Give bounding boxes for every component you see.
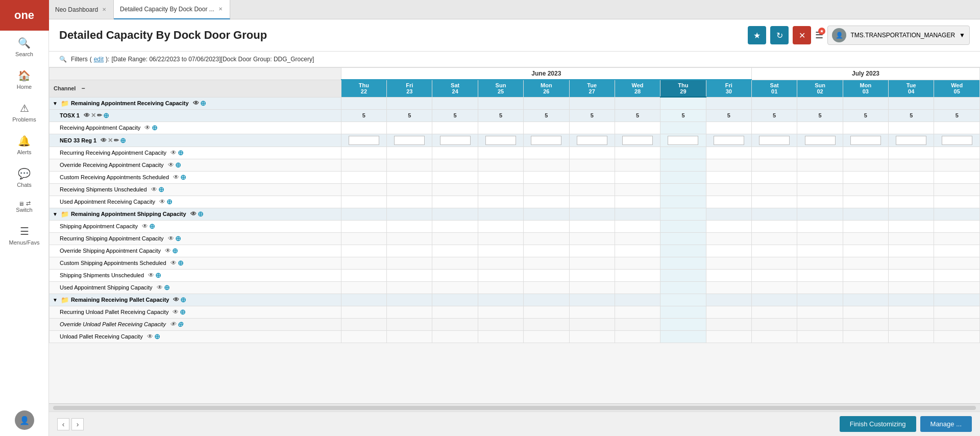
next-arrow-button[interactable]: › <box>71 418 84 430</box>
data-cell <box>569 306 615 318</box>
eye-icon[interactable]: 👁 <box>157 284 163 291</box>
edit-icon[interactable]: ✏ <box>97 112 102 119</box>
add-icon[interactable]: ⊕ <box>103 111 109 119</box>
add-icon[interactable]: ⊕ <box>172 247 178 255</box>
eye-icon[interactable]: 👁 <box>101 137 107 144</box>
collapse-icon[interactable]: ▼ <box>53 211 58 217</box>
cell-input[interactable] <box>440 136 471 145</box>
sidebar-item-switch[interactable]: 🖥 ⇄ Switch <box>0 194 48 219</box>
cell-input[interactable] <box>850 136 881 145</box>
grid-wrapper[interactable]: June 2023 July 2023 Channel − Thu 22 <box>49 67 980 403</box>
data-cell <box>341 269 386 281</box>
cell-input[interactable] <box>805 136 836 145</box>
eye-icon[interactable]: 👁 <box>170 259 177 267</box>
eye-icon[interactable]: 👁 <box>173 174 179 181</box>
eye-icon[interactable]: 👁 <box>170 321 176 328</box>
eye-icon[interactable]: 👁 <box>173 308 179 316</box>
data-cell <box>432 318 478 330</box>
eye-icon[interactable]: 👁 <box>144 124 151 131</box>
menu-button[interactable]: ☰ ★ <box>815 30 823 41</box>
cell-input[interactable] <box>668 136 698 145</box>
add-icon[interactable]: ⊕ <box>175 234 181 243</box>
tab-neo-dashboard[interactable]: Neo Dashboard ✕ <box>49 0 114 19</box>
add-icon[interactable]: ⊕ <box>164 283 170 292</box>
eye-icon[interactable]: 👁 <box>193 100 199 107</box>
data-cell <box>843 183 888 196</box>
prev-arrow-button[interactable]: ‹ <box>57 418 69 430</box>
eye-icon[interactable]: 👁 <box>170 149 177 156</box>
sidebar-item-chats[interactable]: 💬 Chats <box>0 161 48 194</box>
nav-arrows: ‹ › <box>57 418 84 430</box>
eye-icon[interactable]: 👁 <box>159 198 165 205</box>
data-cell <box>569 220 615 232</box>
cell-input[interactable] <box>577 136 607 145</box>
star-button[interactable]: ★ <box>748 26 766 44</box>
cell-input[interactable] <box>942 136 972 145</box>
scrollbar-thumb[interactable] <box>53 406 976 410</box>
tab-detailed-capacity[interactable]: Detailed Capacity By Dock Door ... ✕ <box>114 0 230 19</box>
data-cell <box>889 281 934 294</box>
eye-icon[interactable]: 👁 <box>84 112 90 119</box>
collapse-icon[interactable]: ▼ <box>53 297 58 303</box>
sidebar-item-menus[interactable]: ☰ Menus/Favs <box>0 219 48 252</box>
add-icon[interactable]: ⊕ <box>200 99 206 107</box>
eye-icon[interactable]: 👁 <box>168 161 174 168</box>
collapse-icon[interactable]: ▼ <box>53 101 58 106</box>
add-icon[interactable]: ⊕ <box>152 124 158 132</box>
data-cell <box>569 196 615 208</box>
add-icon[interactable]: ⊕ <box>120 136 126 144</box>
item-row: Recurring Receiving Appointment Capacity… <box>50 147 980 159</box>
cell-input[interactable] <box>622 136 653 145</box>
horizontal-scrollbar[interactable] <box>49 403 980 411</box>
eye-icon[interactable]: 👁 <box>168 235 174 242</box>
data-cell <box>797 196 843 208</box>
eye-icon[interactable]: 👁 <box>190 210 197 217</box>
close-button[interactable]: ✕ <box>793 26 811 44</box>
delete-icon[interactable]: ✕ <box>108 137 113 144</box>
add-icon[interactable]: ⊕ <box>180 173 186 181</box>
filter-edit-link[interactable]: edit <box>94 56 104 63</box>
cell-input[interactable] <box>485 136 516 145</box>
sidebar-item-alerts[interactable]: 🔔 Alerts <box>0 129 48 161</box>
add-icon[interactable]: ⊕ <box>154 332 160 341</box>
data-cell <box>341 147 386 159</box>
add-icon[interactable]: ⊕ <box>180 308 186 316</box>
cell-input[interactable] <box>896 136 926 145</box>
eye-icon[interactable]: 👁 <box>142 223 148 230</box>
collapse-all-icon[interactable]: − <box>81 85 85 92</box>
sidebar-item-home[interactable]: 🏠 Home <box>0 63 48 96</box>
eye-icon[interactable]: 👁 <box>173 296 179 303</box>
add-icon[interactable]: ⊕ <box>155 271 161 279</box>
add-icon[interactable]: ⊕ <box>158 185 164 193</box>
eye-icon[interactable]: 👁 <box>147 333 153 340</box>
add-icon[interactable]: ⊕ <box>178 259 184 267</box>
add-icon[interactable]: ⊕ <box>178 149 184 157</box>
sidebar-item-problems[interactable]: ⚠ Problems <box>0 96 48 129</box>
eye-icon[interactable]: 👁 <box>151 186 157 193</box>
sidebar-item-search[interactable]: 🔍 Search <box>0 31 48 63</box>
edit-icon[interactable]: ✏ <box>114 137 119 144</box>
eye-icon[interactable]: 👁 <box>165 247 171 254</box>
user-avatar-small[interactable]: 👤 <box>15 410 34 430</box>
eye-icon[interactable]: 👁 <box>148 272 154 279</box>
cell-input[interactable] <box>394 136 425 145</box>
add-icon[interactable]: ⊕ <box>166 198 173 206</box>
cell-input[interactable] <box>714 136 744 145</box>
cell-input[interactable] <box>349 136 379 145</box>
add-icon[interactable]: ⊕ <box>180 296 186 304</box>
finish-customizing-button[interactable]: Finish Customizing <box>840 416 916 432</box>
add-icon[interactable]: ⊕ <box>175 161 181 169</box>
refresh-button[interactable]: ↻ <box>770 26 789 44</box>
cell-input[interactable] <box>531 136 561 145</box>
notification-badge: ★ <box>818 28 825 35</box>
cell-input[interactable] <box>759 136 790 145</box>
add-icon[interactable]: ⊕ <box>177 320 183 328</box>
user-dropdown[interactable]: 👤 TMS.TRANSPORTATION_MANAGER ▼ <box>827 26 970 45</box>
tab-detailed-capacity-close[interactable]: ✕ <box>217 5 224 13</box>
delete-icon[interactable]: ✕ <box>91 112 96 119</box>
add-icon[interactable]: ⊕ <box>149 222 155 230</box>
tab-neo-dashboard-close[interactable]: ✕ <box>101 6 107 13</box>
add-icon[interactable]: ⊕ <box>198 210 204 218</box>
manage-button[interactable]: Manage ... <box>920 416 972 432</box>
data-cell <box>432 294 478 306</box>
